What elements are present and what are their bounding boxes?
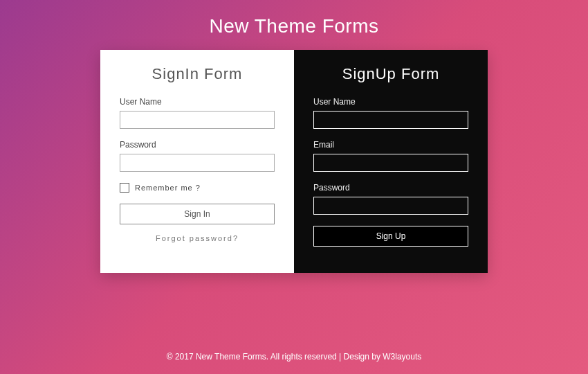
signin-username-input[interactable] <box>120 111 275 129</box>
page-title: New Theme Forms <box>0 0 588 50</box>
forms-container: SignIn Form User Name Password Remember … <box>100 50 488 273</box>
remember-row: Remember me ? <box>120 183 275 193</box>
signup-username-input[interactable] <box>313 111 468 129</box>
signup-email-input[interactable] <box>313 154 468 172</box>
signup-title: SignUp Form <box>313 65 468 83</box>
signup-panel: SignUp Form User Name Email Password Sig… <box>294 50 488 273</box>
signin-password-label: Password <box>120 140 275 150</box>
signin-button[interactable]: Sign In <box>120 204 275 224</box>
signin-title: SignIn Form <box>120 65 275 83</box>
forgot-password-link[interactable]: Forgot password? <box>120 234 275 242</box>
signup-email-label: Email <box>313 140 468 150</box>
signup-password-label: Password <box>313 183 468 193</box>
footer-link[interactable]: W3layouts <box>383 352 421 362</box>
signin-panel: SignIn Form User Name Password Remember … <box>100 50 294 273</box>
signup-password-input[interactable] <box>313 197 468 215</box>
footer: © 2017 New Theme Forms. All rights reser… <box>0 352 588 362</box>
signup-username-label: User Name <box>313 97 468 107</box>
signin-username-label: User Name <box>120 97 275 107</box>
remember-label: Remember me ? <box>135 184 201 192</box>
signup-button[interactable]: Sign Up <box>313 226 468 247</box>
signin-password-input[interactable] <box>120 154 275 172</box>
footer-copyright: © 2017 New Theme Forms. All rights reser… <box>167 352 383 362</box>
remember-checkbox[interactable] <box>120 183 129 193</box>
